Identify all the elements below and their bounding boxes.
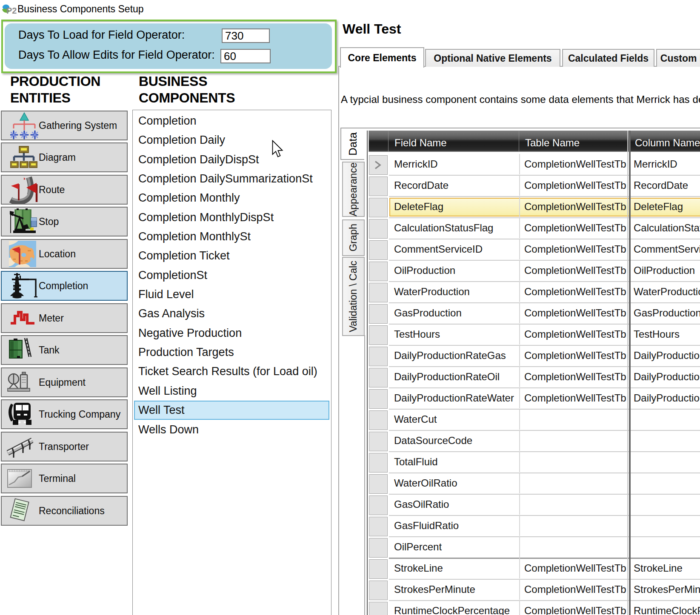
svg-text:P2: P2 [6,6,17,15]
